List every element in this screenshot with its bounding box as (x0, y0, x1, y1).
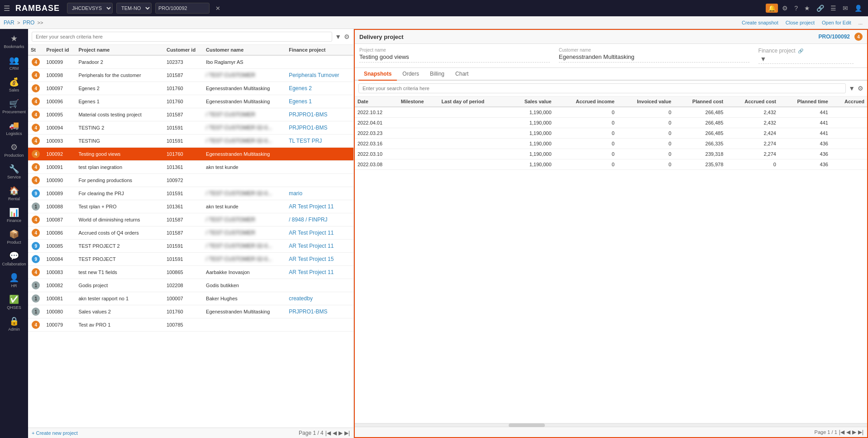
snapshot-row[interactable]: 2022.03.10 1,190,000 0 0 239,318 2,274 4… (355, 149, 867, 159)
table-row[interactable]: 4 100083 test new T1 fields 100865 Aarba… (28, 266, 353, 279)
snapshot-row[interactable]: 2022.03.08 1,190,000 0 0 235,978 0 436 (355, 159, 867, 170)
finance-link[interactable]: AR Test Project 11 (289, 269, 334, 275)
table-row[interactable]: 4 100097 Egenes 2 101760 Egenesstranden … (28, 82, 353, 95)
sidebar-item-hr[interactable]: 👤 HR (1, 270, 27, 291)
sidebar-item-admin[interactable]: 🔒 Admin (1, 313, 27, 334)
finance-link[interactable]: Peripherals Turnover (289, 72, 339, 78)
user-icon[interactable]: 👤 (852, 4, 864, 13)
finance-link[interactable]: / 8948 / FINPRJ (289, 217, 327, 223)
table-row[interactable]: 4 100099 Paradoor 2 102373 Ibo Raglamyr … (28, 55, 353, 69)
table-row[interactable]: 4 100098 Peripherals for the customer 10… (28, 69, 353, 82)
sidebar-item-collaboration[interactable]: 💬 Collaboration (1, 248, 27, 269)
finance-external-link-icon[interactable]: 🔗 (798, 48, 803, 53)
table-row[interactable]: 4 100096 Egenes 1 101760 Egenesstranden … (28, 95, 353, 108)
mail-icon[interactable]: ✉ (840, 4, 850, 13)
finance-link[interactable]: createdby (289, 295, 313, 302)
finance-link[interactable]: PRJPRO1-BMS (289, 111, 327, 118)
help-icon[interactable]: ? (792, 4, 800, 13)
sidebar-item-product[interactable]: 📦 Product (1, 226, 27, 247)
table-row[interactable]: 4 100095 Material costs testing project … (28, 108, 353, 121)
apps-icon[interactable]: ☰ (828, 4, 839, 13)
sidebar-item-service[interactable]: 🔧 Service (1, 161, 27, 182)
table-row[interactable]: 1 100080 Sales values 2 101760 Egenesstr… (28, 305, 353, 318)
detail-page-prev-button[interactable]: ◀ (846, 429, 850, 435)
sidebar-item-production[interactable]: ⚙ Production (1, 140, 27, 160)
list-search-input[interactable] (32, 32, 332, 42)
finance-link[interactable]: Egenes 1 (289, 98, 312, 105)
link-icon[interactable]: 🔗 (814, 4, 826, 13)
sidebar-item-procurement[interactable]: 🛒 Procurement (1, 96, 27, 117)
breadcrumb-pro[interactable]: PRO (23, 19, 34, 26)
breadcrumb-par[interactable]: PAR (4, 19, 14, 26)
table-row[interactable]: 4 100092 Testing good views 101760 Egene… (28, 148, 353, 161)
snapshot-row[interactable]: 2022.10.12 1,190,000 0 0 266,485 2,432 4… (355, 107, 867, 118)
sidebar-item-finance[interactable]: 📊 Finance (1, 205, 27, 226)
table-row[interactable]: 1 100082 Godis project 102208 Godis buti… (28, 279, 353, 292)
system-dropdown[interactable]: JHCDEVSYS (67, 3, 113, 14)
create-new-project-button[interactable]: + Create new project (32, 430, 78, 436)
list-settings-icon[interactable]: ⚙ (344, 33, 350, 40)
lang-dropdown[interactable]: TEM-NO (116, 3, 152, 14)
scrollbar-thumb[interactable] (509, 424, 545, 427)
settings-icon[interactable]: ⚙ (780, 4, 790, 13)
tab-snapshots[interactable]: Snapshots (358, 68, 397, 81)
customer-name-value[interactable]: Egenesstranden Multitasking (559, 53, 749, 63)
finance-project-value[interactable]: ▼ (758, 55, 854, 64)
col-header-projname[interactable]: Project name (76, 45, 164, 55)
create-snapshot-button[interactable]: Create snapshot (740, 19, 780, 26)
finance-link[interactable]: PRJPRO1-BMS (289, 125, 327, 131)
sidebar-item-bookmarks[interactable]: ★ Bookmarks (1, 31, 27, 52)
list-filter-icon[interactable]: ▼ (335, 33, 341, 40)
table-row[interactable]: 4 100086 Accrued costs of Q4 orders 1015… (28, 226, 353, 240)
detail-page-first-button[interactable]: |◀ (839, 429, 844, 435)
page-next-button[interactable]: ▶ (339, 430, 343, 436)
snapshot-settings-icon[interactable]: ⚙ (858, 85, 863, 92)
table-row[interactable]: 4 100091 test rplan inegration 101361 ak… (28, 161, 353, 174)
snapshot-row[interactable]: 2022.03.23 1,190,000 0 0 266,485 2,424 4… (355, 128, 867, 139)
finance-link[interactable]: AR Test Project 11 (289, 203, 334, 210)
detail-doc-id[interactable]: PRO/100092 (819, 34, 850, 40)
doc-search-button[interactable]: ✕ (213, 4, 223, 13)
sidebar-item-crm[interactable]: 👥 CRM (1, 53, 27, 73)
finance-link[interactable]: mario (289, 190, 302, 197)
table-row[interactable]: 9 100084 TEST PROJECT 101591 / TEST CUST… (28, 253, 353, 266)
close-project-button[interactable]: Close project (784, 19, 816, 26)
page-prev-button[interactable]: ◀ (333, 430, 337, 436)
tab-chart[interactable]: Chart (450, 68, 474, 81)
sidebar-item-sales[interactable]: 💰 Sales (1, 74, 27, 95)
finance-link[interactable]: TL TEST PRJ (289, 138, 322, 144)
table-row[interactable]: 4 100079 Test av PRO 1 100785 (28, 318, 353, 332)
col-header-finproj[interactable]: Finance project (286, 45, 353, 55)
page-last-button[interactable]: ▶| (344, 430, 350, 436)
horizontal-scrollbar[interactable] (355, 423, 867, 427)
detail-page-next-button[interactable]: ▶ (852, 429, 856, 435)
tab-orders[interactable]: Orders (397, 68, 424, 81)
detail-page-last-button[interactable]: ▶| (858, 429, 863, 435)
table-row[interactable]: 1 100088 Test rplan + PRO 101361 akn tes… (28, 200, 353, 213)
more-actions-button[interactable]: ... (857, 19, 864, 26)
finance-link[interactable]: Egenes 2 (289, 85, 312, 91)
finance-link[interactable]: AR Test Project 11 (289, 243, 334, 249)
project-name-value[interactable]: Testing good views (359, 53, 550, 63)
finance-dropdown-icon[interactable]: ▼ (760, 55, 767, 63)
col-header-custname[interactable]: Customer name (203, 45, 286, 55)
snapshot-row[interactable]: 2022.04.01 1,190,000 0 0 266,485 2,432 4… (355, 118, 867, 128)
favorites-icon[interactable]: ★ (802, 4, 812, 13)
table-row[interactable]: 4 100094 TESTING 2 101591 / TEST CUSTOME… (28, 121, 353, 135)
finance-link[interactable]: PRJPRO1-BMS (289, 308, 327, 315)
table-row[interactable]: 4 100090 For pending productions 100972 (28, 174, 353, 187)
snapshot-filter-icon[interactable]: ▼ (849, 85, 855, 92)
table-row[interactable]: 9 100085 TEST PROJECT 2 101591 / TEST CU… (28, 240, 353, 253)
snapshot-row[interactable]: 2022.03.16 1,190,000 0 0 266,335 2,274 4… (355, 139, 867, 149)
sidebar-item-qhses[interactable]: ✅ QHSES (1, 292, 27, 313)
doc-search-input[interactable] (155, 3, 210, 14)
col-header-projid[interactable]: Project id (43, 45, 76, 55)
sidebar-item-logistics[interactable]: 🚚 Logistics (1, 118, 27, 139)
table-row[interactable]: 4 100087 World of diminishing returns 10… (28, 213, 353, 226)
sidebar-item-rental[interactable]: 🏠 Rental (1, 183, 27, 204)
tab-billing[interactable]: Billing (424, 68, 450, 81)
snapshot-search-input[interactable] (358, 83, 846, 93)
table-row[interactable]: 1 100081 akn tester rapport no 1 100007 … (28, 292, 353, 305)
alert-icon[interactable]: 🔔 (766, 4, 778, 13)
page-first-button[interactable]: |◀ (325, 430, 331, 436)
